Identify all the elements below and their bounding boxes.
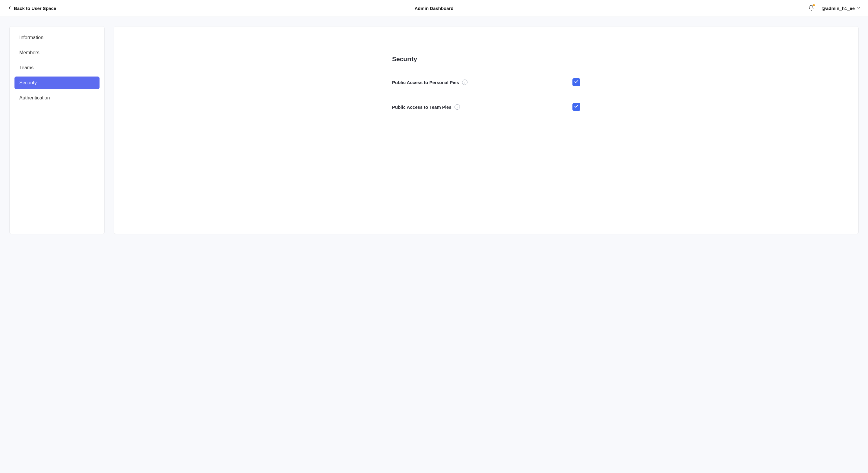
- setting-label: Public Access to Personal Pies: [392, 80, 459, 85]
- checkbox-team-pies[interactable]: [572, 103, 580, 111]
- content-panel: Security Public Access to Personal Pies …: [114, 27, 858, 234]
- checkmark-icon: [574, 104, 579, 110]
- sidebar-item-security[interactable]: Security: [14, 76, 99, 89]
- setting-label-wrap: Public Access to Personal Pies i: [392, 79, 467, 85]
- sidebar-item-label: Teams: [19, 65, 33, 70]
- setting-label: Public Access to Team Pies: [392, 105, 452, 110]
- section-title: Security: [392, 56, 580, 63]
- sidebar-item-members[interactable]: Members: [14, 46, 99, 59]
- sidebar-item-teams[interactable]: Teams: [14, 62, 99, 74]
- sidebar-item-authentication[interactable]: Authentication: [14, 92, 99, 104]
- page-body: Information Members Teams Security Authe…: [0, 17, 868, 243]
- page-title: Admin Dashboard: [414, 6, 453, 11]
- sidebar-item-label: Members: [19, 50, 39, 55]
- back-to-user-space-link[interactable]: Back to User Space: [7, 5, 56, 11]
- info-icon[interactable]: i: [455, 104, 460, 110]
- content-inner: Security Public Access to Personal Pies …: [386, 56, 586, 111]
- user-menu[interactable]: @admin_h1_ee: [822, 6, 861, 11]
- topbar: Back to User Space Admin Dashboard @admi…: [0, 0, 868, 17]
- checkmark-icon: [574, 79, 579, 85]
- setting-row-personal-pies: Public Access to Personal Pies i: [392, 78, 580, 86]
- checkbox-personal-pies[interactable]: [572, 78, 580, 86]
- sidebar-item-label: Authentication: [19, 95, 50, 100]
- back-link-label: Back to User Space: [14, 6, 56, 11]
- sidebar-item-label: Security: [19, 80, 37, 85]
- info-icon[interactable]: i: [462, 79, 467, 85]
- sidebar: Information Members Teams Security Authe…: [10, 27, 104, 234]
- chevron-left-icon: [7, 5, 12, 11]
- setting-label-wrap: Public Access to Team Pies i: [392, 104, 460, 110]
- sidebar-item-information[interactable]: Information: [14, 31, 99, 44]
- topbar-right: @admin_h1_ee: [808, 5, 861, 12]
- sidebar-item-label: Information: [19, 35, 43, 40]
- chevron-down-icon: [857, 6, 861, 11]
- notifications-button[interactable]: [808, 5, 814, 12]
- notification-dot-icon: [813, 4, 815, 6]
- user-handle: @admin_h1_ee: [822, 6, 855, 11]
- setting-row-team-pies: Public Access to Team Pies i: [392, 103, 580, 111]
